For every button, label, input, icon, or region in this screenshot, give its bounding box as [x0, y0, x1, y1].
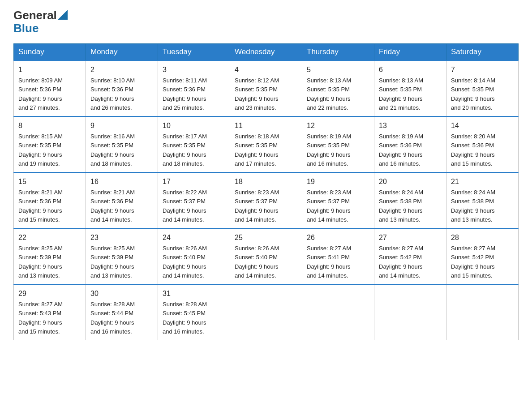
calendar-day-cell: 18 Sunrise: 8:23 AM Sunset: 5:37 PM Dayl… [230, 172, 302, 228]
day-info: Sunrise: 8:26 AM Sunset: 5:40 PM Dayligh… [163, 245, 207, 279]
day-number: 5 [307, 64, 369, 75]
day-number: 30 [90, 288, 153, 299]
day-number: 12 [307, 120, 369, 131]
calendar-day-cell: 15 Sunrise: 8:21 AM Sunset: 5:36 PM Dayl… [14, 172, 86, 228]
page-header: General Blue [13, 9, 519, 34]
day-info: Sunrise: 8:22 AM Sunset: 5:37 PM Dayligh… [163, 189, 207, 223]
day-info: Sunrise: 8:27 AM Sunset: 5:42 PM Dayligh… [379, 245, 423, 279]
logo-arrow-icon [58, 10, 68, 20]
day-info: Sunrise: 8:17 AM Sunset: 5:35 PM Dayligh… [163, 133, 207, 167]
day-info: Sunrise: 8:16 AM Sunset: 5:35 PM Dayligh… [90, 133, 135, 167]
logo-blue-label: Blue [13, 21, 39, 35]
day-number: 8 [18, 120, 81, 131]
calendar-day-cell: 25 Sunrise: 8:26 AM Sunset: 5:40 PM Dayl… [230, 228, 302, 284]
day-info: Sunrise: 8:20 AM Sunset: 5:36 PM Dayligh… [451, 133, 495, 167]
day-info: Sunrise: 8:12 AM Sunset: 5:35 PM Dayligh… [235, 77, 279, 111]
day-info: Sunrise: 8:15 AM Sunset: 5:35 PM Dayligh… [18, 133, 63, 167]
day-number: 17 [163, 176, 225, 187]
day-number: 4 [235, 64, 297, 75]
day-info: Sunrise: 8:10 AM Sunset: 5:36 PM Dayligh… [90, 77, 135, 111]
day-number: 29 [18, 288, 81, 299]
day-number: 3 [163, 64, 225, 75]
day-info: Sunrise: 8:27 AM Sunset: 5:42 PM Dayligh… [451, 245, 495, 279]
calendar-day-cell: 24 Sunrise: 8:26 AM Sunset: 5:40 PM Dayl… [158, 228, 230, 284]
calendar-day-cell: 27 Sunrise: 8:27 AM Sunset: 5:42 PM Dayl… [374, 228, 446, 284]
day-number: 11 [235, 120, 297, 131]
day-info: Sunrise: 8:21 AM Sunset: 5:36 PM Dayligh… [18, 189, 63, 223]
day-number: 9 [90, 120, 153, 131]
calendar-day-cell: 31 Sunrise: 8:28 AM Sunset: 5:45 PM Dayl… [158, 284, 230, 340]
svg-marker-0 [58, 10, 68, 20]
logo-wordmark: General Blue [13, 9, 68, 34]
calendar-day-cell: 30 Sunrise: 8:28 AM Sunset: 5:44 PM Dayl… [86, 284, 158, 340]
day-info: Sunrise: 8:27 AM Sunset: 5:41 PM Dayligh… [307, 245, 351, 279]
calendar-day-cell: 23 Sunrise: 8:25 AM Sunset: 5:39 PM Dayl… [86, 228, 158, 284]
calendar-week-row: 1 Sunrise: 8:09 AM Sunset: 5:36 PM Dayli… [14, 60, 519, 116]
day-of-week-header: Saturday [446, 44, 519, 61]
day-info: Sunrise: 8:28 AM Sunset: 5:44 PM Dayligh… [90, 301, 135, 335]
day-info: Sunrise: 8:11 AM Sunset: 5:36 PM Dayligh… [163, 77, 207, 111]
day-number: 16 [90, 176, 153, 187]
calendar-day-cell: 3 Sunrise: 8:11 AM Sunset: 5:36 PM Dayli… [158, 60, 230, 116]
day-info: Sunrise: 8:28 AM Sunset: 5:45 PM Dayligh… [163, 301, 207, 335]
day-info: Sunrise: 8:14 AM Sunset: 5:35 PM Dayligh… [451, 77, 495, 111]
day-number: 21 [451, 176, 514, 187]
calendar-day-cell: 1 Sunrise: 8:09 AM Sunset: 5:36 PM Dayli… [14, 60, 86, 116]
day-number: 24 [163, 232, 225, 243]
day-number: 26 [307, 232, 369, 243]
day-number: 14 [451, 120, 514, 131]
day-number: 15 [18, 176, 81, 187]
day-info: Sunrise: 8:13 AM Sunset: 5:35 PM Dayligh… [379, 77, 423, 111]
calendar-day-cell: 26 Sunrise: 8:27 AM Sunset: 5:41 PM Dayl… [302, 228, 374, 284]
calendar-day-cell [446, 284, 519, 340]
day-number: 7 [451, 64, 514, 75]
day-info: Sunrise: 8:24 AM Sunset: 5:38 PM Dayligh… [451, 189, 495, 223]
logo: General Blue [13, 9, 68, 34]
day-info: Sunrise: 8:19 AM Sunset: 5:35 PM Dayligh… [307, 133, 351, 167]
day-info: Sunrise: 8:27 AM Sunset: 5:43 PM Dayligh… [18, 301, 63, 335]
calendar-day-cell: 17 Sunrise: 8:22 AM Sunset: 5:37 PM Dayl… [158, 172, 230, 228]
day-number: 2 [90, 64, 153, 75]
calendar-day-cell: 13 Sunrise: 8:19 AM Sunset: 5:36 PM Dayl… [374, 116, 446, 172]
day-of-week-header: Sunday [14, 44, 86, 61]
day-info: Sunrise: 8:23 AM Sunset: 5:37 PM Dayligh… [307, 189, 351, 223]
calendar-day-cell: 8 Sunrise: 8:15 AM Sunset: 5:35 PM Dayli… [14, 116, 86, 172]
day-number: 28 [451, 232, 514, 243]
calendar-day-cell [374, 284, 446, 340]
calendar-day-cell: 2 Sunrise: 8:10 AM Sunset: 5:36 PM Dayli… [86, 60, 158, 116]
day-info: Sunrise: 8:24 AM Sunset: 5:38 PM Dayligh… [379, 189, 423, 223]
day-of-week-header: Tuesday [158, 44, 230, 61]
calendar-day-cell: 22 Sunrise: 8:25 AM Sunset: 5:39 PM Dayl… [14, 228, 86, 284]
calendar-day-cell [302, 284, 374, 340]
calendar-day-cell: 10 Sunrise: 8:17 AM Sunset: 5:35 PM Dayl… [158, 116, 230, 172]
day-number: 20 [379, 176, 442, 187]
day-number: 18 [235, 176, 297, 187]
day-info: Sunrise: 8:21 AM Sunset: 5:36 PM Dayligh… [90, 189, 135, 223]
calendar-day-cell: 28 Sunrise: 8:27 AM Sunset: 5:42 PM Dayl… [446, 228, 519, 284]
day-info: Sunrise: 8:18 AM Sunset: 5:35 PM Dayligh… [235, 133, 279, 167]
day-number: 10 [163, 120, 225, 131]
calendar-day-cell: 7 Sunrise: 8:14 AM Sunset: 5:35 PM Dayli… [446, 60, 519, 116]
day-number: 19 [307, 176, 369, 187]
calendar-day-cell: 29 Sunrise: 8:27 AM Sunset: 5:43 PM Dayl… [14, 284, 86, 340]
day-number: 6 [379, 64, 442, 75]
calendar-day-cell: 6 Sunrise: 8:13 AM Sunset: 5:35 PM Dayli… [374, 60, 446, 116]
calendar-day-cell [230, 284, 302, 340]
calendar-day-cell: 11 Sunrise: 8:18 AM Sunset: 5:35 PM Dayl… [230, 116, 302, 172]
calendar-day-cell: 21 Sunrise: 8:24 AM Sunset: 5:38 PM Dayl… [446, 172, 519, 228]
calendar-week-row: 22 Sunrise: 8:25 AM Sunset: 5:39 PM Dayl… [14, 228, 519, 284]
calendar-day-cell: 9 Sunrise: 8:16 AM Sunset: 5:35 PM Dayli… [86, 116, 158, 172]
day-of-week-header: Thursday [302, 44, 374, 61]
calendar-week-row: 29 Sunrise: 8:27 AM Sunset: 5:43 PM Dayl… [14, 284, 519, 340]
day-number: 27 [379, 232, 442, 243]
day-info: Sunrise: 8:09 AM Sunset: 5:36 PM Dayligh… [18, 77, 63, 111]
calendar-header-row: SundayMondayTuesdayWednesdayThursdayFrid… [14, 44, 519, 61]
day-info: Sunrise: 8:19 AM Sunset: 5:36 PM Dayligh… [379, 133, 423, 167]
day-number: 13 [379, 120, 442, 131]
calendar-week-row: 8 Sunrise: 8:15 AM Sunset: 5:35 PM Dayli… [14, 116, 519, 172]
calendar-day-cell: 20 Sunrise: 8:24 AM Sunset: 5:38 PM Dayl… [374, 172, 446, 228]
calendar-day-cell: 4 Sunrise: 8:12 AM Sunset: 5:35 PM Dayli… [230, 60, 302, 116]
calendar-day-cell: 16 Sunrise: 8:21 AM Sunset: 5:36 PM Dayl… [86, 172, 158, 228]
logo-general-label: General [13, 9, 57, 22]
day-info: Sunrise: 8:23 AM Sunset: 5:37 PM Dayligh… [235, 189, 279, 223]
